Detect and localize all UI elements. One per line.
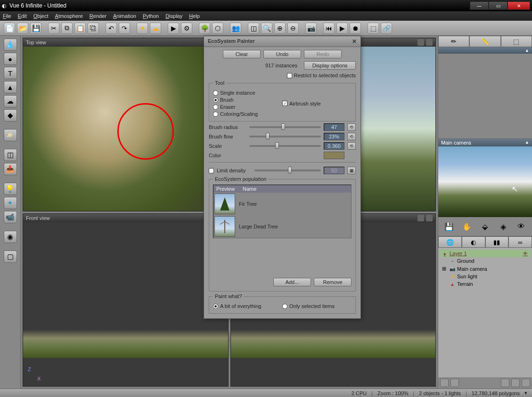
clear-button[interactable]: Clear: [223, 50, 261, 58]
menu-object[interactable]: Object: [33, 13, 49, 19]
reset-icon[interactable]: ⟲: [347, 123, 356, 131]
layer-item-terrain[interactable]: ▲ Terrain: [440, 280, 530, 288]
undo-button[interactable]: Undo: [263, 50, 301, 58]
material-tab-icon[interactable]: ◐: [462, 236, 485, 248]
brush-flow-slider[interactable]: [249, 136, 321, 138]
menu-edit[interactable]: Edit: [18, 13, 27, 19]
menu-display[interactable]: Display: [165, 13, 182, 19]
redo-button[interactable]: Redo: [304, 50, 342, 58]
play-icon[interactable]: ▶: [336, 23, 348, 34]
ruler-tab-icon[interactable]: 📏: [469, 36, 500, 47]
cloud-tool-icon[interactable]: ☁: [4, 95, 17, 107]
vp-icon[interactable]: [426, 39, 433, 46]
single-radio[interactable]: [213, 90, 218, 96]
duplicate-icon[interactable]: ⿻: [88, 23, 99, 34]
layer-opt3-icon[interactable]: [522, 379, 530, 387]
render-icon[interactable]: ▶: [168, 23, 179, 34]
brush-radius-slider[interactable]: [249, 126, 321, 128]
reset-icon[interactable]: ⟲: [347, 133, 356, 140]
fan-tool-icon[interactable]: ✦: [4, 197, 17, 209]
people-icon[interactable]: 👥: [230, 23, 241, 34]
paste-icon[interactable]: 📋: [74, 23, 86, 34]
wireframe-icon[interactable]: ◫: [248, 23, 259, 34]
zoom-out-icon[interactable]: ⊖: [287, 23, 299, 34]
limit-density-checkbox[interactable]: [209, 168, 214, 173]
menu-render[interactable]: Render: [90, 13, 106, 19]
density-slider[interactable]: [254, 170, 321, 171]
library-tab-icon[interactable]: ▮▮: [485, 236, 509, 248]
water-tool-icon[interactable]: 💧: [4, 39, 17, 51]
new-icon[interactable]: 📄: [4, 23, 15, 34]
menu-file[interactable]: File: [3, 13, 11, 19]
redo-icon[interactable]: ↷: [119, 23, 130, 34]
render-options-icon[interactable]: ⚙: [181, 23, 192, 34]
menu-help[interactable]: Help: [189, 13, 200, 19]
zoom-extents-icon[interactable]: 🔍: [261, 23, 272, 34]
cube-tool-icon[interactable]: ◫: [4, 149, 17, 161]
save-preview-icon[interactable]: 💾: [444, 221, 454, 232]
light-tool-icon[interactable]: 💡: [4, 183, 17, 195]
layer-opt-icon[interactable]: [501, 379, 509, 387]
everything-radio[interactable]: [213, 304, 218, 309]
top-canvas[interactable]: [23, 47, 228, 211]
remove-button[interactable]: Remove: [314, 278, 352, 286]
select-icon[interactable]: ⬚: [368, 23, 379, 34]
vp-icon[interactable]: [417, 215, 424, 221]
dolly-icon[interactable]: ◈: [498, 221, 508, 232]
layer-header[interactable]: ▸ Layer 1 👁: [440, 250, 530, 257]
text-tool-icon[interactable]: T: [4, 67, 17, 79]
brush-flow-value[interactable]: 23%: [324, 133, 344, 140]
object-tab-icon[interactable]: ⬚: [501, 36, 532, 47]
undo-icon[interactable]: ↶: [106, 23, 117, 34]
population-item-dead-tree[interactable]: Large Dead Tree: [213, 215, 351, 238]
color-swatch[interactable]: [324, 152, 344, 159]
layer-opt2-icon[interactable]: [511, 379, 520, 387]
timeline-icon[interactable]: ⏮: [323, 23, 335, 34]
front-viewport[interactable]: Front view Z X: [23, 213, 229, 387]
vp-icon[interactable]: [426, 215, 433, 221]
plant-icon[interactable]: 🌳: [199, 23, 210, 34]
dialog-close-icon[interactable]: ✕: [352, 38, 357, 45]
eraser-radio[interactable]: [213, 105, 218, 110]
add-button[interactable]: Add...: [273, 278, 311, 286]
orbit-icon[interactable]: ⬙: [480, 221, 490, 232]
brush-tab-icon[interactable]: ✏: [438, 36, 469, 47]
expand-icon[interactable]: ▾: [524, 390, 527, 396]
minimize-button[interactable]: —: [470, 1, 489, 10]
population-item-fir[interactable]: Fir Tree: [213, 193, 351, 215]
open-icon[interactable]: 📂: [17, 23, 28, 34]
layer-item-camera[interactable]: ⊞📷 Main camera: [440, 265, 530, 273]
link-icon[interactable]: 🔗: [381, 23, 392, 34]
menu-python[interactable]: Python: [143, 13, 159, 19]
sphere-tool-icon[interactable]: ●: [4, 53, 17, 65]
window-close-button[interactable]: ✕: [507, 1, 530, 10]
cloud-icon[interactable]: ☁: [150, 23, 161, 34]
save-icon[interactable]: 💾: [30, 23, 41, 34]
atmosphere-icon[interactable]: ☀: [137, 23, 148, 34]
brush-radius-value[interactable]: 47: [324, 123, 344, 131]
cut-icon[interactable]: ✂: [48, 23, 59, 34]
scale-slider[interactable]: [249, 145, 321, 147]
pan-icon[interactable]: ✋: [462, 221, 472, 232]
layer-item-sun[interactable]: ☀ Sun light: [440, 273, 530, 280]
look-icon[interactable]: 👁: [516, 221, 526, 232]
record-icon[interactable]: ⏺: [350, 23, 361, 34]
layer-item-ground[interactable]: ▫ Ground: [440, 257, 530, 265]
brush-radio[interactable]: [213, 97, 218, 103]
rock-tool-icon[interactable]: ◆: [4, 109, 17, 122]
link-tab-icon[interactable]: ∞: [508, 236, 532, 248]
world-tab-icon[interactable]: 🌐: [438, 236, 462, 248]
material-tool-icon[interactable]: ◉: [4, 231, 17, 243]
delete-layer-icon[interactable]: [450, 379, 459, 387]
visibility-icon[interactable]: 👁: [523, 251, 528, 256]
copy-icon[interactable]: ⧉: [61, 23, 73, 34]
eco-icon[interactable]: ⬡: [212, 23, 223, 34]
new-layer-icon[interactable]: [440, 379, 449, 387]
zoom-in-icon[interactable]: ⊕: [274, 23, 286, 34]
menu-animation[interactable]: Animation: [113, 13, 136, 19]
display-options-button[interactable]: Display options: [304, 61, 356, 70]
camera-tool-icon[interactable]: 📹: [4, 211, 17, 223]
density-options-icon[interactable]: ▦: [347, 167, 356, 174]
box-tool-icon[interactable]: ▢: [4, 251, 17, 263]
panel-header[interactable]: ▲: [438, 47, 532, 54]
